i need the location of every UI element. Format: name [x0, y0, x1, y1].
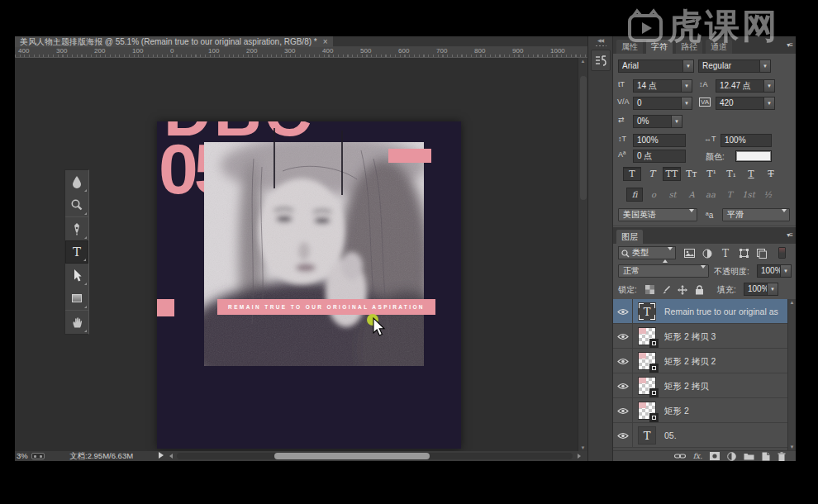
lock-pixels-brush-icon[interactable] [659, 283, 673, 296]
subscript-button[interactable]: T₁ [722, 167, 740, 181]
zoom-level[interactable]: 3% [17, 451, 28, 461]
filter-adjustment-layers-icon[interactable] [701, 247, 714, 259]
small-caps-button[interactable]: Tᴛ [682, 167, 701, 181]
kerning-value[interactable]: 0 [633, 97, 682, 110]
layer-visibility-eye-icon[interactable] [613, 349, 633, 373]
proportional-spacing-field[interactable]: 0%▼ [633, 115, 682, 128]
link-layers-icon[interactable] [674, 453, 686, 459]
layer-visibility-eye-icon[interactable] [613, 324, 633, 349]
kerning-field[interactable]: 0▼ [633, 97, 692, 110]
layer-thumbnail[interactable] [634, 373, 660, 398]
blend-mode-select[interactable]: 正常 [618, 264, 709, 278]
lock-transparency-icon[interactable] [643, 283, 656, 296]
canvas-vertical-scrollbar[interactable]: ▲ ▼ [578, 58, 587, 451]
layer-filter-toggle[interactable] [778, 247, 786, 259]
layers-scrollbar[interactable]: ▲ ▼ [787, 299, 796, 450]
hand-tool[interactable] [65, 311, 88, 334]
dropdown-arrow-icon[interactable]: ▼ [760, 59, 771, 73]
tracking-value[interactable]: 420 [716, 97, 764, 110]
document-tab[interactable]: 美风人物主题排版海报 @ 55.1% (Remain true to our o… [15, 36, 333, 47]
layer-thumbnail[interactable] [634, 349, 660, 373]
layer-name[interactable]: 矩形 2 [664, 398, 689, 423]
underline-button[interactable]: T [742, 167, 760, 181]
dropdown-arrow-icon[interactable]: ▼ [764, 79, 775, 93]
layer-thumbnail[interactable] [634, 398, 660, 423]
opacity-value[interactable]: 100% [757, 264, 781, 278]
text-color-swatch[interactable] [735, 150, 772, 162]
fill-value[interactable]: 100% [744, 283, 768, 296]
layer-thumbnail[interactable]: T [634, 423, 660, 448]
canvas-workspace[interactable]: DBC 05. [15, 58, 578, 451]
layer-row[interactable]: 矩形 2 拷贝 3 [613, 324, 787, 349]
scroll-up-icon[interactable]: ▲ [578, 59, 587, 64]
layers-panel-menu-icon[interactable]: ▾≡ [781, 231, 792, 239]
layer-visibility-eye-icon[interactable] [613, 398, 633, 423]
add-mask-icon[interactable] [710, 452, 720, 460]
font-family-select[interactable]: Arial▼ [618, 59, 694, 73]
layer-filter-select[interactable]: 类型 [618, 246, 676, 259]
scroll-up-icon[interactable]: ▲ [788, 300, 796, 305]
tracking-field[interactable]: 420▼ [716, 97, 775, 110]
ordinals-button[interactable]: 1st [740, 188, 757, 202]
leading-field[interactable]: 12.47 点▼ [716, 79, 775, 93]
dropdown-arrow-icon[interactable]: ▼ [682, 79, 692, 93]
all-caps-button[interactable]: TT [663, 167, 681, 181]
font-style-value[interactable]: Regular [698, 59, 760, 73]
dropdown-arrow-icon[interactable]: ▼ [683, 59, 694, 73]
scroll-right-icon[interactable] [578, 454, 581, 459]
fill-field[interactable]: 100%▼ [744, 283, 778, 296]
delete-layer-icon[interactable] [778, 452, 786, 461]
layer-thumbnail[interactable] [634, 324, 660, 349]
fractions-button[interactable]: ½ [759, 188, 776, 202]
new-adjustment-layer-icon[interactable] [727, 452, 736, 461]
rectangle-tool[interactable] [65, 287, 88, 310]
dodge-tool[interactable] [65, 193, 88, 216]
layer-name[interactable]: Remain true to our original aspirat... [664, 299, 778, 324]
layer-name[interactable]: 矩形 2 拷贝 3 [664, 324, 716, 349]
scroll-down-icon[interactable]: ▼ [788, 445, 796, 449]
blur-tool[interactable] [65, 170, 88, 193]
lock-position-icon[interactable] [676, 283, 689, 296]
proportional-spacing-value[interactable]: 0% [633, 115, 672, 128]
panel-menu-icon[interactable]: ▾≡ [781, 41, 792, 49]
layer-name[interactable]: 矩形 2 拷贝 2 [664, 349, 716, 373]
canvas-horizontal-scrollbar[interactable] [177, 453, 573, 459]
leading-value[interactable]: 12.47 点 [716, 79, 764, 93]
faux-italic-button[interactable]: T [643, 167, 661, 181]
titling-alternates-button[interactable]: T [721, 188, 738, 202]
layer-row[interactable]: 矩形 2 拷贝 [613, 373, 787, 398]
tab-close-icon[interactable]: × [323, 37, 328, 46]
paragraph-panel-icon[interactable] [591, 50, 611, 71]
superscript-button[interactable]: T¹ [702, 167, 721, 181]
dropdown-arrow-icon[interactable]: ▼ [768, 283, 778, 296]
layer-name[interactable]: 05. [664, 423, 677, 448]
stylistic-alternates-button[interactable]: aa [702, 188, 719, 202]
horizontal-scale-field[interactable]: 100% [721, 134, 772, 147]
font-family-value[interactable]: Arial [618, 59, 683, 73]
scroll-down-icon[interactable]: ▼ [578, 445, 587, 450]
layer-thumbnail[interactable]: T [634, 299, 660, 324]
faux-bold-button[interactable]: T [623, 167, 641, 181]
new-group-icon[interactable] [744, 452, 754, 460]
status-popup-arrow-icon[interactable] [159, 452, 164, 459]
poster-artboard[interactable]: DBC 05. [157, 121, 461, 449]
standard-ligatures-button[interactable]: fi [626, 188, 643, 202]
layer-row[interactable]: 矩形 2 [613, 398, 787, 423]
vertical-scale-value[interactable]: 100% [633, 134, 686, 147]
layer-visibility-eye-icon[interactable] [613, 423, 633, 448]
tab-layers[interactable]: 图层 [616, 230, 643, 244]
font-size-field[interactable]: 14 点▼ [633, 79, 692, 93]
vertical-scroll-thumb[interactable] [580, 76, 587, 200]
layer-name[interactable]: 矩形 2 拷贝 [664, 373, 709, 398]
layer-row[interactable]: T05. [613, 423, 787, 448]
font-style-select[interactable]: Regular▼ [698, 59, 771, 73]
horizontal-scale-value[interactable]: 100% [721, 134, 772, 147]
baseline-shift-field[interactable]: 0 点 [633, 150, 686, 163]
dropdown-arrow-icon[interactable]: ▼ [781, 264, 792, 278]
new-layer-icon[interactable] [762, 452, 770, 461]
dropdown-arrow-icon[interactable]: ▼ [764, 97, 775, 110]
vertical-scale-field[interactable]: 100% [633, 134, 686, 147]
anti-alias-select[interactable]: 平滑 [722, 208, 790, 221]
path-selection-tool[interactable] [65, 264, 88, 287]
layer-visibility-eye-icon[interactable] [613, 373, 633, 398]
